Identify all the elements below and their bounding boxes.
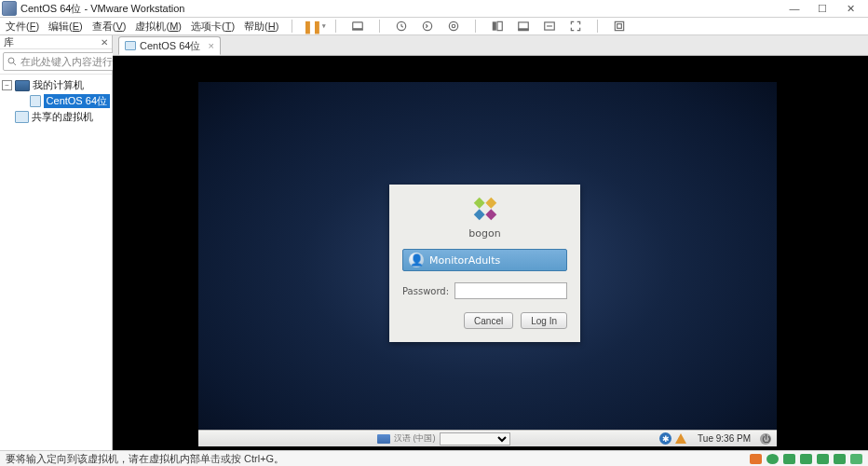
vm-content-area: CentOS 64位 × bogon [113,35,868,450]
power-icon[interactable]: ⏻ [760,433,771,445]
svg-rect-0 [353,22,363,29]
tab-vm-icon [125,41,136,50]
window-title: CentOS 64位 - VMware Workstation [20,2,184,16]
input-method-label: 汉语 (中国) [394,432,436,445]
svg-rect-7 [497,21,502,30]
cd-status-icon[interactable] [766,454,779,464]
view-thumbnail-icon[interactable] [515,19,532,34]
password-input[interactable] [454,282,567,299]
window-titlebar: CentOS 64位 - VMware Workstation — ☐ ✕ [0,0,868,18]
tabstrip: CentOS 64位 × [113,35,868,56]
vmware-app-icon [2,1,17,16]
vm-icon [30,95,41,107]
menu-file[interactable]: 文件(F) [6,20,39,34]
vm-suspend-button[interactable]: ❚❚▾ [305,19,322,34]
tab-label: CentOS 64位 [140,39,200,53]
menu-help[interactable]: 帮助(H) [244,20,278,34]
tree-shared-vms[interactable]: 共享的虚拟机 [2,109,110,125]
password-label: Password: [402,286,449,296]
warning-icon[interactable] [675,433,686,444]
vm-viewport[interactable]: bogon 👤 MonitorAdults Password: Cancel L… [113,56,868,450]
menu-tabs[interactable]: 选项卡(T) [191,20,235,34]
snapshot-take-icon[interactable] [393,19,410,34]
menu-edit[interactable]: 编辑(E) [48,20,83,34]
svg-rect-18 [485,209,496,220]
svg-rect-8 [519,22,529,29]
login-user-selected[interactable]: 👤 MonitorAdults [402,249,567,271]
login-hostname: bogon [389,227,580,240]
input-method-icon[interactable] [377,434,390,444]
network-status-icon[interactable] [800,454,812,464]
svg-rect-16 [485,198,496,209]
tab-close-icon[interactable]: × [208,40,213,51]
device-status-tray [750,454,862,464]
view-library-icon[interactable] [489,19,506,34]
user-avatar-icon: 👤 [409,253,424,267]
send-ctrl-alt-del-icon[interactable] [349,19,366,34]
library-pane: 库 ✕ 在此处键入内容进行搜… ▾ − 我的计算机 CentOS 64位 [0,35,113,450]
input-method-select[interactable] [440,432,510,445]
svg-rect-6 [493,21,496,30]
library-close-icon[interactable]: ✕ [101,37,108,48]
svg-rect-11 [616,21,624,30]
svg-rect-12 [617,24,622,29]
minimize-button[interactable]: — [780,2,808,16]
menubar: 文件(F) 编辑(E) 查看(V) 虚拟机(M) 选项卡(T) 帮助(H) ❚❚… [0,18,868,35]
menu-view[interactable]: 查看(V) [92,20,127,34]
tree-root-label: 我的计算机 [33,78,84,92]
tab-centos[interactable]: CentOS 64位 × [118,36,221,55]
cancel-button[interactable]: Cancel [464,312,513,329]
search-icon [7,56,18,67]
computer-icon [15,80,30,91]
snapshot-revert-icon[interactable] [419,19,436,34]
svg-rect-15 [473,198,484,209]
svg-line-14 [13,62,16,65]
statusbar-hint: 要将输入定向到该虚拟机，请在虚拟机内部单击或按 Ctrl+G。 [6,452,284,466]
centos-logo-icon [472,196,498,222]
gnome-bottom-panel: 汉语 (中国) ✱ Tue 9:36 PM ⏻ [198,430,777,446]
view-stretch-icon[interactable] [541,19,558,34]
tree-root-my-computer[interactable]: − 我的计算机 [2,77,110,93]
login-button[interactable]: Log In [521,312,567,329]
close-button[interactable]: ✕ [836,2,864,16]
svg-point-5 [453,24,456,28]
message-status-icon[interactable] [850,454,862,464]
menu-vm[interactable]: 虚拟机(M) [135,20,182,34]
svg-rect-1 [353,30,363,31]
svg-point-13 [8,58,14,63]
view-unity-icon[interactable] [611,19,628,34]
printer-status-icon[interactable] [817,454,829,464]
tree-vm-label: CentOS 64位 [44,94,110,108]
expand-toggle-icon[interactable]: − [2,80,12,90]
statusbar: 要将输入定向到该虚拟机，请在虚拟机内部单击或按 Ctrl+G。 [0,450,868,466]
guest-desktop[interactable]: bogon 👤 MonitorAdults Password: Cancel L… [198,82,777,446]
snapshot-manager-icon[interactable] [445,19,462,34]
sound-status-icon[interactable] [834,454,846,464]
shared-vm-icon [15,111,29,123]
panel-clock: Tue 9:36 PM [698,433,751,444]
view-fullscreen-icon[interactable] [567,19,584,34]
maximize-button[interactable]: ☐ [808,2,836,16]
library-title: 库 [4,35,14,49]
hdd-status-icon[interactable] [750,454,762,464]
accessibility-icon[interactable]: ✱ [659,432,671,445]
login-username: MonitorAdults [429,254,500,267]
svg-rect-9 [519,30,529,31]
gdm-login-dialog: bogon 👤 MonitorAdults Password: Cancel L… [389,185,580,342]
tree-vm-centos[interactable]: CentOS 64位 [2,93,110,109]
svg-point-4 [450,21,458,30]
svg-rect-17 [473,209,484,220]
floppy-status-icon[interactable] [783,454,795,464]
tree-shared-label: 共享的虚拟机 [32,110,93,124]
library-tree: − 我的计算机 CentOS 64位 共享的虚拟机 [0,75,112,128]
